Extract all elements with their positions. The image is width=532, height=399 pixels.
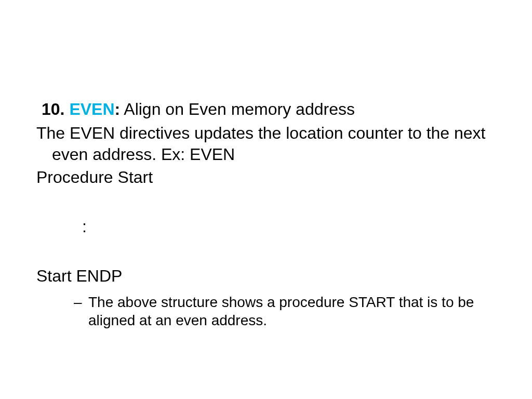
heading-number: 10. <box>42 100 64 118</box>
colon-line: : <box>82 217 496 236</box>
heading-colon: : <box>115 100 121 118</box>
description-text: The EVEN directives updates the location… <box>36 123 496 166</box>
bullet-text: The above structure shows a procedure ST… <box>88 294 474 328</box>
bullet-dash: – <box>74 293 82 311</box>
procedure-start-text: Procedure Start <box>36 168 496 187</box>
heading-keyword: EVEN <box>69 100 114 118</box>
start-endp-text: Start ENDP <box>36 267 496 286</box>
bullet-item: – The above structure shows a procedure … <box>74 293 496 329</box>
heading-rest: Align on Even memory address <box>120 100 355 118</box>
heading-line: 10. EVEN: Align on Even memory address <box>42 99 496 121</box>
